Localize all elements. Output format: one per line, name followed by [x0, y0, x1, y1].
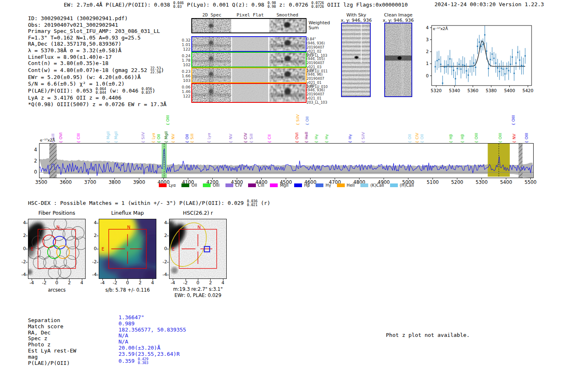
fiber-2d-spec-image: [192, 84, 231, 102]
match-label: P(LAE)/P(OII): [28, 360, 76, 366]
weighted-sum-label: Weighted Sum: [309, 21, 330, 30]
panel-xtick: 4: [217, 280, 229, 285]
line-label-OII: OII: [185, 134, 189, 143]
panel-ytick: 4: [88, 220, 97, 225]
fiber-smoothed-image: [269, 68, 305, 82]
fiber-cutout-row: 0.241.78102 0.75"(946, 105)201: [191, 52, 307, 67]
header-datetime-version: 2024-12-24 00:03:20 Version 1.22.3: [434, 1, 544, 7]
panel-ytick: 0: [158, 246, 167, 251]
east-label: E: [102, 246, 105, 251]
line-label-Hγ: Hγ: [314, 134, 318, 143]
sky-noise-overlay: [342, 23, 370, 96]
tick-mark: [97, 262, 98, 262]
line-label-OIII: OIII: [165, 115, 170, 125]
panel-xtick: 2: [204, 280, 216, 285]
legend-swatch: [316, 183, 323, 187]
match-table-values: 1.36647"0.989182.356577, 50.839355N/AN/A…: [118, 315, 186, 365]
line-label-OII: OII: [305, 116, 309, 125]
tick-mark: [198, 279, 198, 281]
qz-fraction: 0.980.98: [267, 1, 276, 9]
tick-mark: [69, 279, 70, 281]
svg-text:5380: 5380: [486, 88, 497, 93]
panel-xtick: 0: [122, 280, 133, 285]
panel-ytick: 0: [17, 246, 26, 251]
hatched-band: [518, 144, 523, 178]
panel-xtick: -2: [39, 280, 50, 285]
info-line: ID: 3002902941 (3002902941.pdf): [28, 15, 167, 22]
legend-swatch: [390, 183, 398, 187]
match-label: mag: [28, 354, 76, 360]
line-label-SiIV: SiIV: [361, 132, 365, 143]
line-label-OIII: OIII: [524, 133, 529, 143]
hsc-r-cutout: NE: [169, 219, 227, 279]
match-value: N/A: [118, 333, 186, 339]
tick-mark: [26, 236, 28, 236]
fiber-2d-spec-image: [192, 68, 231, 82]
with-sky-title: With Skyx, y: 946, 936: [337, 13, 375, 23]
line-label-OIII: OIII: [498, 133, 502, 143]
info-line: *Q(0.98) OIII(5007) z = 0.0726 EW r = 17…: [28, 101, 167, 108]
svg-text:5420: 5420: [523, 88, 534, 93]
tick-mark: [26, 275, 28, 275]
legend-label: OII: [191, 183, 197, 188]
legend-label: (K)CaII: [370, 183, 384, 188]
svg-text:5400: 5400: [504, 88, 515, 93]
legend-item: HeII: [337, 183, 355, 188]
legend-label: OIII: [213, 183, 220, 188]
match-value: 0.989: [118, 321, 186, 327]
north-label: N: [56, 225, 60, 230]
legend-label: Lyα: [169, 183, 176, 188]
panel-xtick: -4: [167, 280, 179, 285]
match-label: Spec z: [28, 336, 76, 342]
main-ytick: 0: [30, 169, 37, 175]
panel-xtick: -4: [97, 280, 108, 285]
line-label-CIV: CIV: [243, 133, 248, 143]
line-label-CIV: CIV: [415, 133, 419, 143]
fiber-positions-map: NE: [28, 219, 86, 279]
panel-xtick: 4: [76, 280, 88, 285]
tick-mark: [153, 279, 153, 281]
tick-mark: [223, 279, 223, 281]
match-value: N/A: [118, 339, 186, 345]
line-label-NV: NV: [512, 134, 516, 143]
line-label-NV: NV: [171, 134, 175, 143]
line-label-Hγ: Hγ: [348, 134, 352, 143]
tick-mark: [173, 279, 173, 281]
line-label-SiII: SiII: [190, 134, 194, 143]
info-line: EWr = 5.20(±0.95) (w: 4.20(±0.66))Å: [28, 74, 167, 81]
legend-item: OII: [181, 183, 197, 188]
panel-xtick: 2: [134, 280, 146, 285]
fiber-weight-labels: 0.231.66103: [181, 69, 190, 83]
svg-text:5360: 5360: [467, 88, 478, 93]
line-fit-inset-chart: 53205340536053805400542001234e⁻¹⁷x2Å: [420, 21, 537, 100]
tick-mark: [26, 249, 28, 249]
tick-mark: [167, 236, 169, 236]
legend-swatch: [270, 183, 278, 187]
full-spectrum-chart: [39, 143, 534, 180]
fiber-cutout-row: 0.321.01122 0.84"(946, 936)201: [191, 36, 307, 52]
column-header-2d-spec: 2D Spec: [191, 12, 232, 18]
line-label-MgII: MgII: [114, 131, 118, 143]
column-header-smoothed: Smoothed: [268, 12, 307, 18]
legend-item: MgII: [270, 183, 288, 188]
line-label-SiIV: SiIV: [295, 114, 300, 125]
match-value: 23.59(23.55,23.64)R: [118, 351, 186, 357]
elixer-report-page: EW: 2.7±0.4Å P(LAE)/P(OII): 0.038 0.0460…: [0, 0, 576, 392]
noise-envelope: [39, 158, 533, 178]
panel-xtick: 4: [147, 280, 158, 285]
lineflux-map: NE: [99, 219, 156, 279]
faint-source-blob: [171, 267, 178, 274]
svg-text:0: 0: [426, 73, 429, 78]
legend-label: HeII: [347, 183, 355, 188]
fiber-2d-spec-image: [192, 37, 231, 51]
fiber-pixel-flat-image: [232, 84, 268, 102]
weighted-pixel-flat-blank: [232, 19, 268, 32]
tick-mark: [44, 279, 45, 281]
line-label-OVI: OVI: [295, 132, 299, 143]
tick-mark: [97, 236, 98, 236]
fiber-pixel-flat-image: [232, 37, 268, 51]
panel-xtick: 0: [192, 280, 204, 285]
match-label: Est LyA rest-EW: [28, 348, 76, 354]
svg-text:4: 4: [426, 25, 429, 30]
fiber-smoothed-image: [269, 84, 305, 102]
